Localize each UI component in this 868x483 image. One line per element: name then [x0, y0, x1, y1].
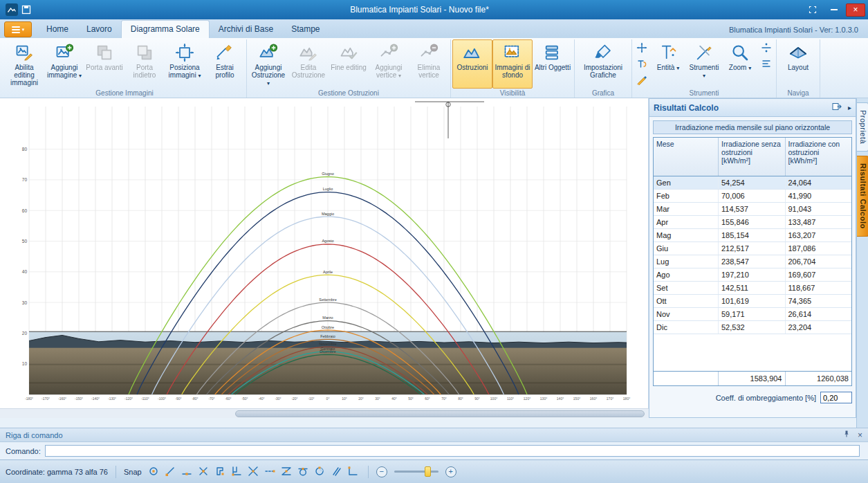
snap-button[interactable]	[146, 464, 161, 480]
side-tab[interactable]: Proprietà	[857, 102, 868, 152]
close-button[interactable]: ×	[846, 3, 865, 17]
tool-button[interactable]	[759, 42, 773, 56]
close-panel-icon[interactable]: ×	[858, 430, 862, 440]
svg-text:-140°: -140°	[91, 397, 100, 401]
svg-text:-80°: -80°	[192, 397, 198, 401]
table-row[interactable]: Gen 54,254 24,064	[654, 176, 851, 190]
table-row[interactable]: Dic 52,532 23,204	[654, 321, 851, 334]
ribbon-button[interactable]: Layout	[778, 39, 818, 89]
svg-text:90°: 90°	[474, 397, 480, 401]
results-panel: Risultati Calcolo ▸ Irradiazione media m…	[649, 98, 856, 418]
snap-button[interactable]	[196, 464, 211, 480]
ribbon-group-gestione-immagini: Abilita editing immagini Aggiungi immagi…	[3, 39, 247, 98]
table-row[interactable]: Lug 238,547 206,704	[654, 255, 851, 268]
snap-button[interactable]	[229, 464, 244, 480]
snap-button[interactable]	[179, 464, 194, 480]
zoom-slider-handle[interactable]	[425, 466, 431, 477]
graphics-settings-icon	[593, 43, 613, 62]
snap-button[interactable]	[279, 464, 294, 480]
ribbon-button[interactable]: Strumenti ▾	[686, 39, 722, 89]
table-row[interactable]: Ott 101,619 74,365	[654, 295, 851, 308]
svg-text:120°: 120°	[524, 397, 530, 401]
ribbon-button[interactable]: Elimina vertice	[409, 39, 449, 89]
pin-icon[interactable]	[842, 430, 851, 440]
tool-button[interactable]	[635, 74, 649, 88]
horizontal-scrollbar[interactable]	[0, 408, 649, 418]
snap-button[interactable]	[262, 464, 277, 480]
ribbon-button[interactable]: Zoom ▾	[722, 39, 758, 89]
ribbon-button[interactable]: Estrai profilo	[205, 39, 245, 89]
ribbon-toggle-button[interactable]: Immagini di sfondo	[492, 39, 533, 89]
table-row[interactable]: Set 142,511 118,667	[654, 282, 851, 295]
ribbon-button[interactable]: Aggiungi immagine ▾	[44, 39, 84, 89]
fullscreen-button[interactable]	[803, 3, 822, 17]
ribbon-button[interactable]: Entità ▾	[650, 39, 686, 89]
scrollbar-thumb[interactable]	[235, 410, 645, 417]
svg-text:Novembre: Novembre	[319, 342, 336, 346]
drawing-canvas[interactable]: -180°-170°-160°-150°-140°-130°-120°-110°…	[0, 98, 649, 408]
shading-coefficient-input[interactable]	[820, 392, 852, 403]
tool-button[interactable]	[759, 58, 773, 72]
svg-text:170°: 170°	[607, 397, 613, 401]
obstructions-icon	[463, 43, 482, 62]
tool-button[interactable]	[635, 58, 649, 72]
snap-button[interactable]	[212, 464, 228, 480]
svg-text:-150°: -150°	[75, 397, 83, 401]
snap-midpoint-icon	[181, 466, 192, 478]
side-tab[interactable]: Risultati Calcolo	[857, 156, 868, 237]
undock-panel-icon[interactable]	[831, 101, 842, 115]
table-row[interactable]: Feb 70,006 41,990	[654, 190, 851, 203]
tool-button[interactable]	[635, 42, 649, 56]
collapse-panel-icon[interactable]: ▸	[848, 104, 851, 111]
ribbon-tab[interactable]: Diagramma Solare	[121, 20, 210, 39]
snap-button[interactable]	[345, 464, 360, 480]
results-panel-header: Risultati Calcolo ▸	[649, 99, 856, 117]
table-row[interactable]: Mag 185,154 163,207	[654, 229, 851, 242]
application-menu-button[interactable]: ▾	[4, 21, 32, 37]
svg-text:Maggio: Maggio	[322, 212, 334, 216]
zoom-out-button[interactable]: −	[376, 466, 387, 477]
ribbon-button[interactable]: Aggiungi vertice ▾	[369, 39, 409, 89]
command-input[interactable]	[45, 445, 860, 457]
snap-toolbar	[146, 464, 360, 480]
table-row[interactable]: Mar 114,537 91,043	[654, 203, 851, 216]
ribbon-toggle-button[interactable]: Altri Oggetti	[533, 39, 573, 89]
quick-access-icon[interactable]	[21, 4, 32, 15]
sun-path-diagram[interactable]: -180°-170°-160°-150°-140°-130°-120°-110°…	[0, 98, 649, 408]
zoom-in-button[interactable]: +	[445, 466, 456, 477]
svg-text:40°: 40°	[391, 397, 397, 401]
table-row[interactable]: Giu 212,517 187,086	[654, 242, 851, 255]
table-empty-space	[654, 334, 851, 371]
ribbon-toggle-button[interactable]: Ostruzioni	[452, 39, 492, 89]
snap-button[interactable]	[246, 464, 261, 480]
ribbon-button[interactable]: Posiziona immagini ▾	[165, 39, 205, 89]
minimize-button[interactable]	[824, 3, 844, 17]
svg-text:100°: 100°	[490, 397, 497, 401]
table-row[interactable]: Apr 155,846 133,487	[654, 216, 851, 229]
snap-button[interactable]	[312, 464, 327, 480]
ribbon-button[interactable]: Impostazioni Grafiche	[576, 39, 630, 89]
svg-text:130°: 130°	[540, 397, 547, 401]
ribbon-button[interactable]: Porta avanti	[84, 39, 124, 89]
ribbon-tab[interactable]: Stampe	[282, 21, 329, 38]
ribbon-button[interactable]: Edita Ostruzione	[288, 39, 329, 89]
ribbon-tab-row: ▾ HomeLavoroDiagramma SolareArchivi di B…	[0, 19, 868, 38]
ribbon-button[interactable]: Porta indietro	[124, 39, 165, 89]
ribbon-tab[interactable]: Home	[37, 21, 77, 38]
command-prompt-label: Comando:	[6, 447, 41, 455]
ribbon-button[interactable]: Aggiungi Ostruzione ▾	[248, 39, 288, 89]
snap-button[interactable]	[163, 464, 178, 480]
svg-text:Giugno: Giugno	[322, 172, 334, 176]
snap-button[interactable]	[329, 464, 344, 480]
ribbon-button[interactable]: Abilita editing immagini	[4, 39, 44, 89]
zoom-slider[interactable]	[394, 471, 438, 473]
ribbon-tab[interactable]: Lavoro	[77, 21, 121, 38]
snap-button[interactable]	[295, 464, 311, 480]
ribbon-button[interactable]: Fine editing	[329, 39, 369, 89]
ribbon-group-visibilita: Ostruzioni Immagini di sfondo Altri Ogge…	[451, 39, 575, 98]
table-row[interactable]: Ago 197,210 169,607	[654, 268, 851, 282]
ribbon-tab[interactable]: Archivi di Base	[210, 21, 282, 38]
snap-extension-icon	[264, 466, 275, 478]
table-row[interactable]: Nov 59,171 26,614	[654, 308, 851, 321]
command-panel-title: Riga di comando	[6, 431, 63, 439]
